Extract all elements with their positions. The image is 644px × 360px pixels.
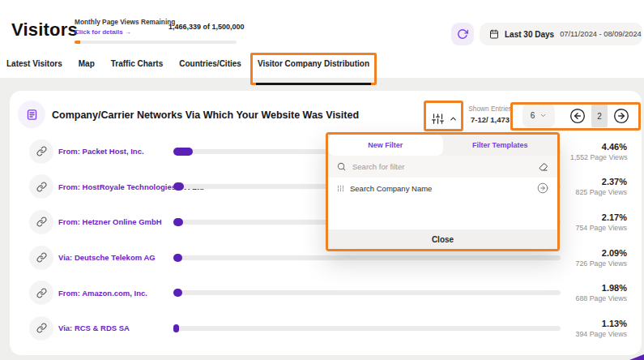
row-percent: 2.09% [570, 248, 627, 258]
row-pageviews: 726 Page Views [570, 259, 627, 268]
row-pageviews: 688 Page Views [570, 294, 627, 302]
filter-search-input[interactable] [352, 162, 532, 171]
row-percent: 2.37% [570, 177, 627, 186]
row-pageviews: 394 Page Views [570, 330, 627, 338]
calendar-icon [489, 29, 499, 39]
row-values: 2.09% 726 Page Views [570, 248, 627, 268]
row-values: 4.46% 1,552 Page Views [570, 142, 627, 161]
filter-popover-tabbar: New Filter Filter Templates [328, 135, 557, 156]
link-icon [29, 281, 53, 305]
pageviews-bar-fill [173, 218, 183, 226]
arrow-right-circle-icon [613, 108, 629, 124]
link-icon [29, 316, 53, 341]
previous-page-button[interactable] [569, 108, 586, 124]
company-name-link[interactable]: From: Packet Host, Inc. [58, 147, 172, 156]
row-pageviews: 1,552 Page Views [570, 153, 627, 161]
page-title: Visitors [11, 19, 78, 41]
row-percent: 1.98% [570, 283, 627, 293]
chevron-up-icon [449, 114, 458, 123]
link-icon [29, 139, 53, 164]
eraser-icon[interactable] [539, 162, 548, 172]
chevron-down-icon [540, 112, 547, 119]
pageviews-bar-fill [173, 182, 184, 191]
refresh-icon [457, 28, 468, 40]
row-values: 1.98% 688 Page Views [570, 283, 627, 302]
tab-filter-templates[interactable]: Filter Templates [443, 135, 558, 156]
date-preset-label: Last 30 Days [505, 30, 554, 39]
close-button[interactable]: Close [328, 229, 557, 249]
shown-entries-label: Shown Entries [463, 105, 517, 113]
corner-decoration [629, 354, 644, 360]
link-icon [29, 210, 53, 234]
card-title: Company/Carrier Networks Via Which Your … [52, 109, 359, 121]
filter-sliders-icon [432, 113, 444, 125]
current-page-indicator[interactable]: 2 [591, 105, 608, 127]
link-icon [29, 246, 53, 270]
page-size-value: 6 [531, 111, 535, 120]
main-tab-bar: Latest Visitors Map Traffic Charts Count… [0, 50, 644, 78]
pageviews-bar-track [173, 255, 561, 260]
pageviews-bar-fill [173, 148, 193, 156]
company-name-link[interactable]: Via: RCS & RDS SA [58, 324, 172, 332]
card-icon-circle [18, 101, 45, 128]
row-values: 2.37% 825 Page Views [570, 177, 627, 196]
next-page-button[interactable] [613, 108, 629, 124]
table-row[interactable]: Via: RCS & RDS SA 1.13% 394 Page Views [10, 311, 642, 346]
row-pageviews: 825 Page Views [570, 188, 627, 196]
arrow-left-circle-icon [569, 108, 586, 124]
filter-option-label: Search Company Name [350, 184, 531, 193]
monthly-pageviews-progress-fill [75, 41, 80, 44]
pageviews-bar-fill [173, 289, 182, 297]
company-name-link[interactable]: From: Hetzner Online GmbH [58, 217, 172, 226]
tab-traffic-charts[interactable]: Traffic Charts [111, 59, 163, 78]
filter-sliders-icon [337, 185, 344, 192]
filter-search-row [328, 156, 557, 178]
tab-new-filter[interactable]: New Filter [328, 135, 443, 156]
page-size-select[interactable]: 6 [522, 104, 555, 127]
annotation-box-active-tab [250, 53, 377, 85]
filter-toggle-button[interactable] [429, 108, 461, 129]
tab-latest-visitors[interactable]: Latest Visitors [6, 59, 62, 78]
monthly-pageviews-progressbar [75, 41, 237, 44]
tab-visitor-company-distribution[interactable]: Visitor Company Distribution [258, 59, 369, 78]
row-percent: 1.13% [570, 319, 627, 328]
shown-entries-value: 7-12/ 1,473 [463, 115, 517, 124]
arrow-right-circle-icon[interactable] [537, 182, 548, 194]
company-name-link[interactable]: From: Amazon.com, Inc. [58, 289, 172, 298]
table-row[interactable]: From: Amazon.com, Inc. 1.98% 688 Page Vi… [10, 275, 642, 311]
shown-entries-block: Shown Entries 7-12/ 1,473 [463, 105, 517, 124]
row-percent: 4.46% [570, 142, 627, 152]
filter-popover: New Filter Filter Templates Search Compa… [326, 132, 560, 251]
tab-visitor-company-distribution-label: Visitor Company Distribution [258, 59, 369, 68]
document-icon [26, 109, 38, 121]
filter-popover-empty-area [328, 199, 557, 229]
row-pageviews: 754 Page Views [570, 224, 627, 232]
pagination: 2 [569, 105, 629, 127]
date-range-value: 07/11/2024 - 08/09/2024 [560, 30, 642, 38]
row-percent: 2.17% [570, 212, 627, 222]
row-values: 2.17% 754 Page Views [570, 212, 627, 232]
pageviews-bar-fill [173, 324, 179, 332]
pageviews-bar-track [173, 290, 561, 295]
date-range-picker[interactable]: Last 30 Days 07/11/2024 - 08/09/2024 [480, 23, 642, 45]
company-distribution-card: Company/Carrier Networks Via Which Your … [10, 91, 642, 355]
company-name-link[interactable]: Via: Deutsche Telekom AG [58, 253, 172, 262]
pageviews-bar-track [173, 326, 561, 331]
monthly-pageviews-usage: 1,466,339 of 1,500,000 [168, 23, 245, 31]
search-icon [337, 162, 346, 171]
pageviews-bar-fill [173, 254, 182, 262]
filter-option-search-company-name[interactable]: Search Company Name [328, 178, 557, 199]
link-icon [29, 174, 53, 199]
tab-map[interactable]: Map [79, 59, 95, 78]
company-name-link[interactable]: From: HostRoyale Technologies Pvt Ltd [58, 182, 172, 191]
refresh-button[interactable] [451, 23, 474, 45]
row-values: 1.13% 394 Page Views [570, 319, 627, 338]
tab-countries-cities[interactable]: Countries/Cities [179, 59, 241, 78]
